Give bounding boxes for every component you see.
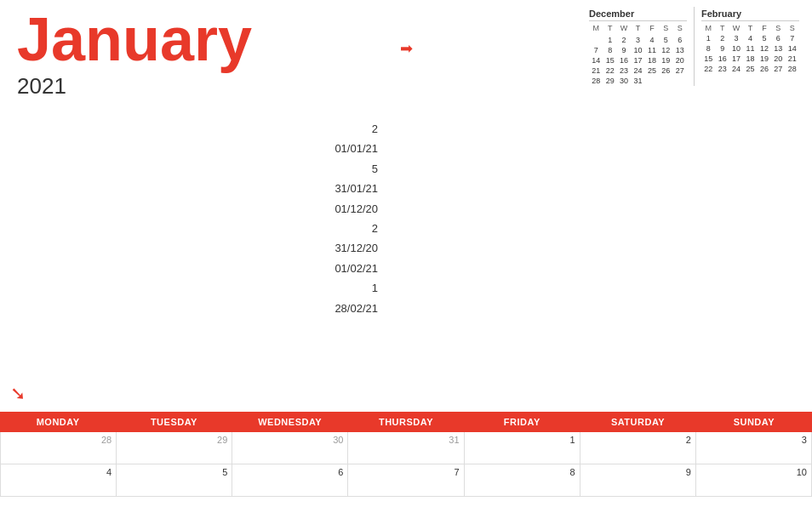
mini-cal-day-num <box>589 35 603 45</box>
mini-cal-day-num: 19 <box>758 54 771 64</box>
calendar-cell: 4 <box>1 464 117 497</box>
calendar-cell-number: 3 <box>700 435 807 445</box>
mini-cal-day-num: 18 <box>743 54 757 64</box>
main-title-area: January 2021 <box>17 9 252 100</box>
calendar-cell: 8 <box>465 464 580 497</box>
mini-cal-day-num: 25 <box>743 64 757 74</box>
mini-cal-day-num: 30 <box>617 76 631 86</box>
mini-cal-day-num: 28 <box>786 64 799 74</box>
calendar-cell: 3 <box>696 432 812 464</box>
mini-cal-day-label: F <box>645 23 659 33</box>
data-field-0: 2 <box>335 119 378 139</box>
mini-cal-day-label: M <box>589 23 603 33</box>
calendar-cell-number: 7 <box>352 467 459 477</box>
mini-cal-day-num: 20 <box>771 54 785 64</box>
mini-cal-day-label: S <box>673 23 687 33</box>
calendar-cell: 30 <box>232 432 348 464</box>
mini-cal-day-num: 8 <box>603 45 616 55</box>
mini-cal-day-num: 21 <box>589 66 603 76</box>
mini-cal-day-num <box>645 76 659 86</box>
year-title: 2021 <box>17 73 252 100</box>
december-arrow: ➡ <box>400 39 413 58</box>
mini-cal-day-num: 26 <box>758 64 771 74</box>
mini-cal-day-num: 20 <box>673 55 687 66</box>
mini-cal-february-header: February <box>701 7 799 21</box>
calendar-header-cell: TUESDAY <box>116 412 232 432</box>
data-fields: 201/01/21531/01/2101/12/20231/12/2001/02… <box>335 119 378 318</box>
mini-cal-day-label: T <box>631 23 644 33</box>
mini-cal-day-num: 10 <box>729 43 743 54</box>
data-field-1: 01/01/21 <box>335 139 378 158</box>
mini-cal-day-label: S <box>786 23 799 33</box>
data-field-2: 5 <box>335 159 378 179</box>
mini-cal-day-label: T <box>603 23 616 33</box>
calendar-cell: 5 <box>117 464 232 497</box>
calendar-cell-number: 4 <box>5 467 112 477</box>
mini-cal-day-label: T <box>715 23 729 33</box>
calendar-cell-number: 29 <box>121 435 227 445</box>
mini-cal-day-num: 27 <box>673 66 687 76</box>
month-title: January <box>17 9 252 70</box>
mini-cal-day-num: 24 <box>729 64 743 74</box>
mini-cal-day-num: 5 <box>659 35 672 45</box>
mini-cal-day-num: 9 <box>617 45 631 55</box>
mini-cal-day-num: 1 <box>701 33 715 43</box>
mini-cal-december-grid: MTWTFSS123456789101112131415161718192021… <box>589 23 687 86</box>
mini-cal-day-num: 1 <box>603 35 616 45</box>
mini-cal-day-num: 25 <box>645 66 659 76</box>
calendar-cell: 1 <box>465 432 580 464</box>
mini-cal-day-num: 28 <box>589 76 603 86</box>
calendar-body: 2829303112345678910 <box>0 432 812 497</box>
calendar-cell: 2 <box>580 432 696 464</box>
calendar-cell-number: 8 <box>469 467 575 477</box>
mini-cal-day-num: 2 <box>617 35 631 45</box>
calendar-header-row: MONDAYTUESDAYWEDNESDAYTHURSDAYFRIDAYSATU… <box>0 412 812 432</box>
calendar-cell-number: 1 <box>469 435 575 445</box>
mini-cal-day-num: 29 <box>603 76 616 86</box>
calendar-cell-number: 2 <box>585 435 691 445</box>
mini-cal-february-grid: MTWTFSS123456789101112131415161718192021… <box>701 23 799 74</box>
calendar-header-cell: SATURDAY <box>580 412 695 432</box>
mini-cal-divider <box>694 7 695 86</box>
mini-cal-day-num: 16 <box>715 54 729 64</box>
mini-cal-day-label: W <box>729 23 743 33</box>
calendar-cell-number: 5 <box>121 467 227 477</box>
calendar-cell: 9 <box>580 464 696 497</box>
mini-cal-day-num: 6 <box>673 35 687 45</box>
mini-cal-day-label: M <box>701 23 715 33</box>
mini-cal-day-num: 15 <box>701 54 715 64</box>
mini-cal-february: February MTWTFSS123456789101112131415161… <box>701 7 799 86</box>
data-field-3: 31/01/21 <box>335 179 378 198</box>
mini-cal-day-num: 26 <box>659 66 672 76</box>
mini-cal-day-num: 13 <box>771 43 785 54</box>
mini-cal-december: December MTWTFSS123456789101112131415161… <box>589 7 687 86</box>
mini-cal-day-num: 17 <box>631 55 644 66</box>
mini-cal-day-num: 27 <box>771 64 785 74</box>
calendar-cell: 6 <box>232 464 348 497</box>
mini-cal-day-num: 4 <box>645 35 659 45</box>
mini-cal-day-num: 19 <box>659 55 672 66</box>
calendar-header-cell: FRIDAY <box>464 412 580 432</box>
data-field-9: 01/02/21 <box>335 259 378 278</box>
data-field-7: 31/12/20 <box>335 238 378 258</box>
mini-cal-day-num: 7 <box>589 45 603 55</box>
data-field-5: 01/12/20 <box>335 199 378 219</box>
mini-cal-day-num: 17 <box>729 54 743 64</box>
mini-calendars: December MTWTFSS123456789101112131415161… <box>589 7 799 86</box>
calendar-cell-number: 28 <box>5 435 112 445</box>
mini-cal-day-num: 22 <box>603 66 616 76</box>
mini-cal-day-num: 11 <box>645 45 659 55</box>
mini-cal-day-num: 9 <box>715 43 729 54</box>
calendar-cell-number: 10 <box>700 467 807 477</box>
mini-cal-day-num: 3 <box>729 33 743 43</box>
mini-cal-day-num: 31 <box>631 76 644 86</box>
calendar-cell: 31 <box>348 432 464 464</box>
mini-cal-day-num: 3 <box>631 35 644 45</box>
mini-cal-day-label: F <box>758 23 771 33</box>
data-field-6: 2 <box>335 219 378 238</box>
mini-cal-day-label: W <box>617 23 631 33</box>
calendar-header-cell: WEDNESDAY <box>232 412 348 432</box>
calendar-cell: 28 <box>1 432 117 464</box>
calendar-cell-number: 9 <box>585 467 691 477</box>
calendar-header-cell: THURSDAY <box>348 412 464 432</box>
